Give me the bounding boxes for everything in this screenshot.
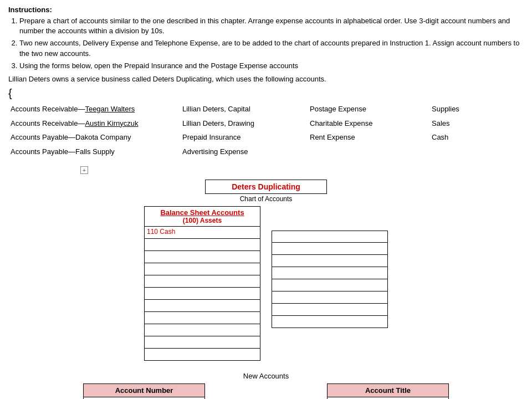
acct-col3-row2: Charitable Expense bbox=[308, 116, 429, 131]
balance-sheet-header: Balance Sheet Accounts (100) Assets bbox=[144, 206, 260, 227]
account-title-col: Account Title bbox=[327, 383, 449, 399]
teegan-walters-link: Teegan Walters bbox=[85, 105, 135, 113]
left-empty-1 bbox=[144, 239, 260, 251]
account-number-header: Account Number bbox=[83, 383, 205, 397]
right-row-2 bbox=[272, 243, 388, 255]
acct-col3-row3: Rent Expense bbox=[308, 130, 429, 145]
left-empty-5 bbox=[144, 288, 260, 300]
na-spacer bbox=[205, 383, 327, 399]
left-empty-9 bbox=[144, 336, 260, 349]
balance-sheet-title: Balance Sheet Accounts bbox=[146, 208, 258, 217]
acct-col1-row2: Accounts Receivable—Austin Kirnyczuk bbox=[8, 116, 180, 131]
left-empty-4 bbox=[144, 275, 260, 288]
acct-col2-row1: Lillian Deters, Capital bbox=[180, 102, 308, 116]
new-accounts-section: New Accounts Account Number Account Titl… bbox=[8, 372, 524, 399]
plus-icon[interactable]: + bbox=[80, 166, 88, 174]
acct-col2-row3: Prepaid Insurance bbox=[180, 130, 308, 145]
acct-col1-row4: Accounts Payable—Falls Supply bbox=[8, 145, 180, 159]
instruction-3: Using the forms below, open the Prepaid … bbox=[19, 61, 524, 71]
acct-col4-row1: Supplies bbox=[429, 102, 513, 116]
acct-col2-row2: Lillian Deters, Drawing bbox=[180, 116, 308, 131]
chart-subtitle: Chart of Accounts bbox=[240, 195, 293, 203]
acct-col1-row1: Accounts Receivable—Teegan Walters bbox=[8, 102, 180, 116]
acct-col1-row3: Accounts Payable—Dakota Company bbox=[8, 130, 180, 145]
account-title-header: Account Title bbox=[327, 383, 449, 397]
left-empty-3 bbox=[144, 263, 260, 275]
account-number-col: Account Number bbox=[83, 383, 205, 399]
acct-col3-row1: Postage Expense bbox=[308, 102, 429, 116]
accounts-grid: Accounts Receivable—Teegan Walters Lilli… bbox=[8, 102, 524, 158]
left-empty-2 bbox=[144, 251, 260, 263]
instructions-section: Instructions: Prepare a chart of account… bbox=[8, 6, 524, 71]
chart-right-col bbox=[272, 231, 388, 361]
right-row-8 bbox=[272, 316, 388, 328]
left-empty-7 bbox=[144, 312, 260, 324]
new-accounts-table: Account Number Account Title bbox=[83, 383, 449, 399]
chart-left-col: Balance Sheet Accounts (100) Assets 110 … bbox=[144, 206, 260, 361]
bracket-symbol: { bbox=[8, 88, 524, 99]
plus-icon-container: + bbox=[80, 164, 524, 176]
right-row-7 bbox=[272, 304, 388, 316]
acct-col4-row3: Cash bbox=[429, 130, 513, 145]
cash-entry: 110 Cash bbox=[144, 227, 260, 239]
right-row-6 bbox=[272, 291, 388, 304]
new-accounts-title: New Accounts bbox=[243, 372, 289, 380]
right-row-1 bbox=[272, 231, 388, 243]
right-row-3 bbox=[272, 255, 388, 267]
austin-kirnyczuk-link: Austin Kirnyczuk bbox=[85, 119, 138, 127]
intro-text: Lillian Deters owns a service business c… bbox=[8, 74, 524, 84]
chart-columns: Balance Sheet Accounts (100) Assets 110 … bbox=[8, 206, 524, 361]
acct-col3-row4 bbox=[308, 145, 429, 159]
acct-col4-row4 bbox=[429, 145, 513, 159]
left-empty-6 bbox=[144, 300, 260, 312]
acct-col4-row2: Sales bbox=[429, 116, 513, 131]
balance-sheet-sub: (100) Assets bbox=[146, 217, 258, 224]
acct-col2-row4: Advertising Expense bbox=[180, 145, 308, 159]
right-row-5 bbox=[272, 279, 388, 291]
chart-section: Deters Duplicating Chart of Accounts Bal… bbox=[8, 180, 524, 361]
left-empty-10 bbox=[144, 349, 260, 361]
right-row-4 bbox=[272, 267, 388, 279]
left-empty-8 bbox=[144, 324, 260, 336]
instructions-list: Prepare a chart of accounts similar to t… bbox=[8, 16, 524, 71]
company-title-box: Deters Duplicating bbox=[205, 180, 327, 194]
instruction-2: Two new accounts, Delivery Expense and T… bbox=[19, 38, 524, 58]
instructions-header: Instructions: bbox=[8, 6, 524, 14]
instruction-1: Prepare a chart of accounts similar to t… bbox=[19, 16, 524, 36]
